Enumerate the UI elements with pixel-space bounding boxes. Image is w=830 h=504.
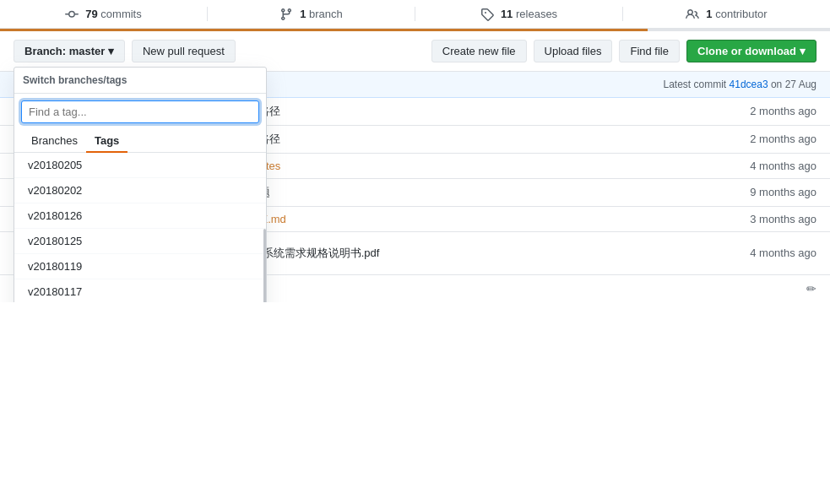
time-ago: 4 months ago — [635, 153, 830, 178]
branch-icon — [279, 7, 296, 21]
branches-stat[interactable]: 1 branch — [208, 7, 415, 21]
stats-bar: 79 commits 1 branch 11 releases 1 contri… — [0, 0, 830, 29]
branch-button[interactable]: Branch: master ▾ — [14, 40, 125, 62]
list-item[interactable]: v20180126 — [14, 203, 266, 229]
contributors-count: 1 — [706, 8, 712, 20]
branches-label: branch — [309, 8, 343, 20]
list-item[interactable]: v20180117 — [14, 279, 266, 302]
list-item[interactable]: v20180205 — [14, 153, 266, 178]
commit-date: 27 Aug — [785, 79, 816, 90]
scrollbar[interactable] — [263, 229, 266, 302]
dropdown-list: v20180205 v20180202 v20180126 v20180125 … — [14, 153, 266, 302]
list-item[interactable]: v20180125 — [14, 229, 266, 254]
new-pull-request-button[interactable]: New pull request — [132, 40, 236, 62]
tab-branches[interactable]: Branches — [23, 130, 86, 153]
commits-count: 79 — [85, 8, 97, 20]
find-file-button[interactable]: Find file — [619, 40, 680, 62]
releases-label: releases — [516, 8, 557, 20]
tab-tags[interactable]: Tags — [86, 130, 127, 153]
releases-count: 11 — [501, 8, 513, 20]
time-ago: 2 months ago — [635, 98, 830, 126]
branches-count: 1 — [300, 8, 306, 20]
tag-search-input[interactable] — [21, 100, 259, 123]
clone-download-button[interactable]: Clone or download ▾ — [686, 40, 816, 62]
time-ago: 2 months ago — [635, 125, 830, 153]
commit-text: Latest commit — [663, 79, 726, 90]
list-item[interactable]: v20180119 — [14, 254, 266, 279]
list-item[interactable]: v20180202 — [14, 178, 266, 203]
toolbar: Branch: master ▾ New pull request Create… — [0, 31, 830, 72]
commits-stat[interactable]: 79 commits — [0, 7, 208, 21]
contributors-stat[interactable]: 1 contributor — [623, 7, 830, 21]
dropdown-tabs: Branches Tags — [14, 130, 266, 153]
commit-on: on — [771, 79, 782, 90]
dropdown-header: Switch branches/tags — [14, 68, 266, 94]
edit-icon[interactable]: ✏ — [806, 282, 816, 295]
commits-icon — [65, 7, 81, 21]
commits-label: commits — [100, 8, 141, 20]
time-ago: 9 months ago — [635, 178, 830, 206]
tag-icon — [480, 7, 496, 21]
upload-files-button[interactable]: Upload files — [534, 40, 613, 62]
create-new-file-button[interactable]: Create new file — [431, 40, 527, 62]
toolbar-right: Create new file Upload files Find file C… — [431, 40, 816, 62]
releases-stat[interactable]: 11 releases — [415, 7, 623, 21]
branch-dropdown: Switch branches/tags Branches Tags v2018… — [14, 67, 267, 302]
commit-hash[interactable]: 41dcea3 — [730, 79, 768, 90]
chevron-down-icon: ▾ — [800, 45, 806, 57]
contributors-icon — [686, 7, 702, 21]
contributors-label: contributor — [715, 8, 767, 20]
time-ago: 4 months ago — [635, 231, 830, 274]
time-ago: 3 months ago — [635, 206, 830, 231]
